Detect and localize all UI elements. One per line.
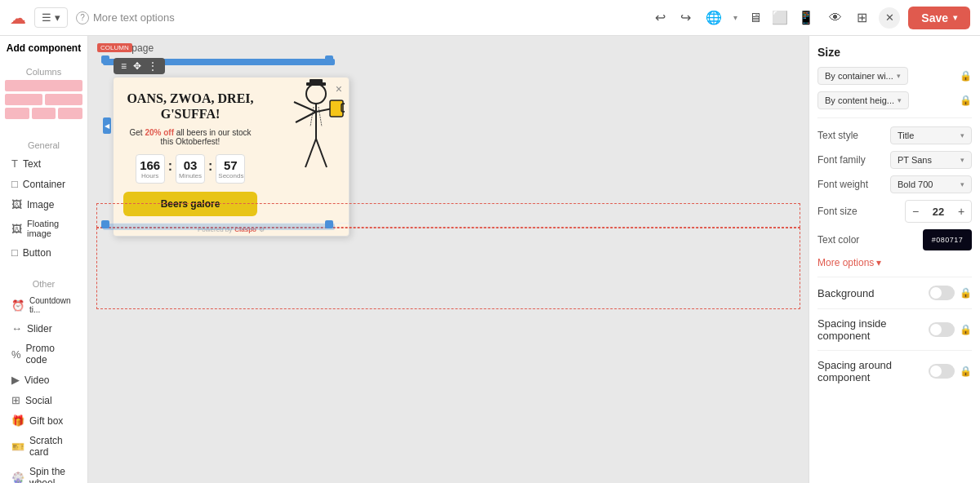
sidebar-item-text[interactable]: T Text: [5, 153, 82, 174]
spacing-around-toggle[interactable]: [929, 364, 955, 379]
size-height-select[interactable]: By content heig... ▾: [817, 91, 909, 109]
promo-icon: %: [11, 348, 21, 361]
text-color-row: Text color #080717: [817, 229, 972, 250]
background-label: Background: [817, 287, 874, 299]
spacing-inside-lock-icon[interactable]: 🔒: [960, 324, 972, 335]
font-size-plus-button[interactable]: +: [951, 201, 971, 222]
undo-button[interactable]: ↩: [652, 7, 669, 29]
col-block-third-3[interactable]: [58, 108, 82, 119]
sidebar-item-container[interactable]: □ Container: [5, 174, 82, 194]
text-style-select[interactable]: Title ▾: [890, 126, 972, 144]
handle-bottom[interactable]: [103, 224, 335, 230]
col-block-third-2[interactable]: [32, 108, 56, 119]
font-weight-select[interactable]: Bold 700 ▾: [890, 175, 972, 193]
tablet-button[interactable]: ⬜: [768, 7, 791, 29]
countdown-hours: 166 Hours: [136, 154, 165, 184]
popup-toolbar-more-icon[interactable]: ⋮: [145, 60, 160, 72]
svg-point-0: [306, 84, 326, 104]
text-style-row: Text style Title ▾: [817, 126, 972, 144]
topbar: ☁ ☰ ▾ ? More text options ↩ ↪ 🌐 ▾ 🖥 ⬜ 📱 …: [0, 0, 980, 36]
grid-button[interactable]: ⊞: [853, 7, 871, 29]
spacing-inside-label: Spacing inside component: [817, 317, 929, 342]
font-family-select[interactable]: PT Sans ▾: [890, 151, 972, 169]
font-family-value: PT Sans: [898, 155, 932, 165]
font-family-row: Font family PT Sans ▾: [817, 151, 972, 169]
close-button[interactable]: ✕: [879, 7, 900, 29]
sidebar-item-giftbox-label: Gift box: [29, 415, 63, 427]
mobile-button[interactable]: 📱: [795, 7, 817, 29]
side-handle-left[interactable]: ◀: [103, 117, 111, 134]
spacing-inside-toggle-right: 🔒: [929, 322, 972, 337]
panel-divider-1: [817, 117, 972, 118]
popup-cta-button[interactable]: Beers galore: [123, 192, 257, 216]
popup-subtitle-pre: Get: [130, 128, 145, 137]
general-label: General: [5, 140, 82, 150]
desktop-button[interactable]: 🖥: [746, 7, 765, 29]
sidebar-item-scratch[interactable]: 🎫 Scratch card: [5, 431, 82, 462]
size-width-lock-icon[interactable]: 🔒: [960, 70, 972, 82]
font-weight-arrow-icon: ▾: [960, 180, 964, 188]
redo-button[interactable]: ↪: [677, 7, 694, 29]
sidebar-item-giftbox[interactable]: 🎁 Gift box: [5, 410, 82, 431]
size-title: Size: [817, 46, 972, 59]
sidebar-item-slider[interactable]: ↔ Slider: [5, 318, 82, 339]
button-icon: □: [11, 246, 18, 259]
more-options-link[interactable]: More options ▾: [817, 257, 972, 268]
background-toggle-thumb: [930, 287, 942, 299]
spacing-around-toggle-right: 🔒: [929, 364, 972, 379]
sidebar-item-floating-image[interactable]: 🖼 Floating image: [5, 215, 82, 242]
background-toggle[interactable]: [929, 286, 955, 300]
popup-title: OANS, ZWOA, DREI, G'SUFFA!: [123, 91, 257, 122]
countdown-hours-val: 166: [138, 158, 163, 172]
svg-line-4: [296, 112, 316, 122]
sidebar-item-spin[interactable]: 🎡 Spin the wheel: [5, 462, 82, 483]
sidebar: Add component Columns General T Text □: [0, 36, 88, 483]
col-block-half-2[interactable]: [45, 94, 82, 105]
sidebar-item-image[interactable]: 🖼 Image: [5, 194, 82, 215]
main-layout: Add component Columns General T Text □: [0, 36, 980, 483]
menu-button[interactable]: ☰ ▾: [34, 7, 68, 28]
sidebar-item-image-label: Image: [27, 199, 54, 210]
background-lock-icon[interactable]: 🔒: [960, 287, 972, 299]
size-height-lock-icon[interactable]: 🔒: [960, 95, 972, 106]
sidebar-item-promo[interactable]: % Promo code: [5, 339, 82, 370]
slider-icon: ↔: [11, 322, 22, 335]
popup-left: OANS, ZWOA, DREI, G'SUFFA! Get 20% off a…: [114, 78, 267, 223]
countdown-minutes-label: Minutes: [178, 172, 203, 179]
eye-button[interactable]: 👁: [826, 7, 845, 29]
globe-button[interactable]: 🌐: [702, 7, 725, 29]
person-svg: [271, 78, 345, 192]
save-button[interactable]: Save ▾: [908, 7, 970, 29]
sidebar-item-social[interactable]: ⊞ Social: [5, 390, 82, 410]
handle-corner-tr[interactable]: [325, 55, 333, 64]
countdown-hours-label: Hours: [138, 172, 163, 179]
sidebar-item-slider-label: Slider: [27, 323, 52, 335]
text-style-value: Title: [898, 131, 914, 140]
popup-subtitle-post: all beers in our stock this Oktoberfest!: [161, 128, 252, 146]
sidebar-item-floating-image-label: Floating image: [27, 219, 76, 238]
spacing-around-lock-icon[interactable]: 🔒: [960, 366, 972, 377]
sidebar-item-social-label: Social: [25, 395, 52, 406]
col-block-half-1[interactable]: [5, 94, 42, 105]
popup-toolbar-move-icon[interactable]: ✥: [131, 60, 144, 72]
sidebar-item-countdown[interactable]: ⏰ Countdown ti...: [5, 292, 82, 318]
font-size-minus-button[interactable]: −: [906, 201, 925, 222]
handle-corner-br[interactable]: [325, 220, 333, 228]
col-block-full[interactable]: [5, 80, 82, 91]
font-size-value: 22: [929, 206, 948, 218]
popup-toolbar-align-icon[interactable]: ≡: [118, 60, 129, 72]
sidebar-item-video[interactable]: ▶ Video: [5, 370, 82, 390]
countdown-seconds-val: 57: [218, 158, 243, 172]
spacing-inside-toggle[interactable]: [929, 322, 955, 337]
spacing-inside-toggle-thumb: [930, 324, 942, 335]
more-text-options[interactable]: ? More text options: [76, 11, 175, 24]
font-weight-value: Bold 700: [898, 179, 933, 189]
text-color-swatch[interactable]: #080717: [923, 229, 972, 250]
popup-content: OANS, ZWOA, DREI, G'SUFFA! Get 20% off a…: [114, 78, 349, 223]
countdown-seconds-label: Seconds: [218, 172, 243, 179]
col-block-third-1[interactable]: [5, 108, 29, 119]
sidebar-item-button[interactable]: □ Button: [5, 242, 82, 263]
floating-image-icon: 🖼: [11, 223, 22, 235]
sidebar-item-button-label: Button: [23, 247, 51, 259]
size-width-select[interactable]: By container wi... ▾: [817, 67, 908, 85]
